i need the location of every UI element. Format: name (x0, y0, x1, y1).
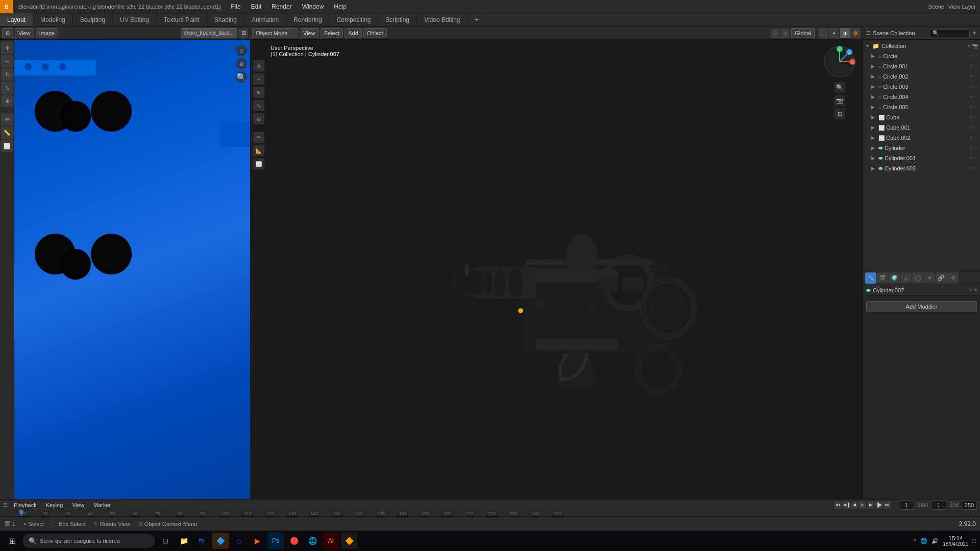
current-frame-input[interactable]: 1 (899, 500, 914, 510)
tab-layout[interactable]: Layout (0, 13, 33, 26)
outliner-search[interactable] (929, 29, 970, 37)
zoom-region-btn[interactable]: ⊞ (236, 58, 247, 69)
menu-render[interactable]: Render (266, 0, 297, 13)
outliner-cube-002[interactable]: ▶ ⬜ Cube.002 👁 ▽ (863, 133, 980, 143)
tab-video-editing[interactable]: Video Editing (417, 13, 468, 26)
tab-scripting[interactable]: Scripting (378, 13, 417, 26)
render-btn[interactable]: 🔆 (850, 28, 861, 38)
view-menu[interactable]: View (300, 28, 319, 38)
taskbar-systray[interactable]: ^ (914, 538, 916, 544)
taskbar-search[interactable]: 🔍 Scrivi qui per eseguire la ricerca (22, 534, 155, 548)
prop-scene-btn[interactable]: 🎬 (877, 272, 888, 284)
prev-keyframe-btn[interactable]: ◀▐ (843, 502, 850, 509)
menu-help[interactable]: Help (329, 0, 352, 13)
measure-tool-r[interactable]: 📐 (253, 145, 264, 156)
outliner-circle[interactable]: ▶ ○ Circle 👁 ▽ (863, 51, 980, 61)
end-frame-input[interactable]: 250 (962, 500, 977, 510)
last-frame-btn[interactable]: ⏭ (884, 502, 891, 509)
tab-compositing[interactable]: Compositing (330, 13, 379, 26)
annotate-tool[interactable]: ✏ (1, 113, 13, 126)
local-view-btn[interactable]: ⊙ (771, 29, 780, 38)
object-menu[interactable]: Object (363, 28, 387, 38)
prop-material-btn[interactable]: ◯ (912, 272, 923, 284)
first-frame-btn[interactable]: ⏮ (835, 502, 842, 509)
rotate-view-status[interactable]: ↻ Rotate View (94, 521, 130, 527)
transform-tool[interactable]: ⊕ (1, 95, 13, 107)
zoom-btn[interactable]: 🔍 (834, 82, 845, 93)
outliner-circle-001[interactable]: ▶ ○ Circle.001 👁 ▽ (863, 61, 980, 71)
next-frame-btn[interactable]: ▶ (867, 502, 874, 509)
prop-modifier-btn[interactable]: ⚙ (947, 272, 959, 284)
taskbar-clock[interactable]: 15:14 18/04/2021 (943, 535, 968, 547)
taskbar-blender[interactable]: 🔷 (212, 533, 229, 549)
outliner-collection[interactable]: ▼ 📁 Collection 👁 📷 (863, 41, 980, 51)
prop-object-data-btn[interactable]: △ (900, 272, 912, 284)
overlay-btn[interactable]: ◎ (781, 29, 790, 38)
tab-animation[interactable]: Animation (244, 13, 286, 26)
keying-menu[interactable]: Keying (43, 500, 66, 510)
object-mode-dropdown[interactable]: Object Mode (252, 28, 298, 38)
menu-edit[interactable]: Edit (246, 0, 267, 13)
view-grid-btn[interactable]: ⊞ (834, 108, 845, 119)
taskbar-illustrator[interactable]: Ai (323, 533, 339, 549)
taskbar-app7[interactable]: 🔴 (286, 533, 302, 549)
left-view-menu[interactable]: View (15, 28, 34, 38)
zoom-extents-btn[interactable]: ⊙ (236, 45, 247, 56)
left-render-type[interactable]: 🖼 (239, 29, 248, 38)
play-btn[interactable]: ▶ (859, 502, 866, 509)
windows-start-btn[interactable]: ⊞ (4, 533, 20, 549)
outliner-cube[interactable]: ▶ ⬜ Cube 👁 ▽ (863, 112, 980, 122)
taskbar-chrome[interactable]: 🌐 (304, 533, 321, 549)
playback-menu[interactable]: Playback (11, 500, 40, 510)
tab-add[interactable]: + (468, 13, 486, 26)
tab-shading[interactable]: Shading (207, 13, 244, 26)
select-status[interactable]: ● Select (23, 521, 44, 527)
rotate-tool[interactable]: ↻ (1, 68, 13, 81)
taskbar-photoshop[interactable]: Ps (267, 533, 284, 549)
add-cube-tool-r[interactable]: ⬜ (253, 158, 264, 169)
move-tool[interactable]: ↔ (1, 55, 13, 67)
outliner-circle-002[interactable]: ▶ ○ Circle.002 👁 ▽ (863, 71, 980, 82)
solid-btn[interactable]: ● (829, 28, 839, 38)
next-keyframe-btn[interactable]: ▐▶ (875, 502, 883, 509)
tab-sculpting[interactable]: Sculpting (73, 13, 113, 26)
measure-tool[interactable]: 📏 (1, 127, 13, 139)
add-cube-tool[interactable]: ⬜ (1, 140, 13, 152)
outliner-filter-btn[interactable]: ▼ (972, 30, 977, 36)
menu-file[interactable]: File (226, 0, 246, 13)
action-center-btn[interactable]: □ (972, 538, 976, 544)
rotate-tool-r[interactable]: ↻ (253, 87, 264, 98)
outliner-circle-005[interactable]: ▶ ○ Circle.005 👁 ▽ (863, 102, 980, 112)
outliner-cylinder-002[interactable]: ▶ ⬬ Cylinder.002 👁 ▽ (863, 163, 980, 173)
taskbar-sound[interactable]: 🔊 (932, 538, 939, 544)
start-frame-input[interactable]: 1 (931, 500, 946, 510)
view-camera-btn[interactable]: 📷 (834, 95, 845, 106)
outliner-cylinder-001[interactable]: ▶ ⬬ Cylinder.001 👁 ▽ (863, 153, 980, 163)
transform-tool-r[interactable]: ⊕ (253, 113, 264, 124)
search-left-btn[interactable]: 🔍 (236, 71, 247, 83)
prev-frame-btn[interactable]: ◀ (851, 502, 858, 509)
left-view-mode[interactable]: ⊞ (2, 28, 13, 38)
task-view-btn[interactable]: ⊟ (157, 533, 174, 549)
object-context-status[interactable]: ⊞ Object Context Menu (138, 521, 197, 527)
view-menu-tl[interactable]: View (69, 500, 87, 510)
timeline-expand-btn[interactable]: ☰ (3, 502, 8, 508)
prop-object-btn[interactable]: 🔧 (865, 272, 876, 284)
prop-constraints-btn[interactable]: 🔗 (936, 272, 947, 284)
annotate-tool-r[interactable]: ✏ (253, 132, 264, 143)
cursor-tool[interactable]: ✛ (1, 42, 13, 54)
global-btn[interactable]: Global (791, 28, 815, 38)
prop-close-btn[interactable]: × (974, 287, 977, 293)
left-object-name[interactable]: shore_trooper_blast... (181, 28, 237, 38)
select-menu[interactable]: Select (321, 28, 344, 38)
marker-menu[interactable]: Marker (90, 500, 114, 510)
box-select-status[interactable]: ⬚ Box Select (52, 521, 86, 527)
add-modifier-button[interactable]: Add Modifier (866, 301, 977, 312)
outliner-cylinder[interactable]: ▶ ⬬ Cylinder 👁 ▽ (863, 143, 980, 153)
tab-modeling[interactable]: Modeling (33, 13, 73, 26)
tab-uv-editing[interactable]: UV Editing (113, 13, 157, 26)
tab-rendering[interactable]: Rendering (286, 13, 329, 26)
outliner-circle-003[interactable]: ▶ ○ Circle.003 👁 ▽ (863, 82, 980, 92)
taskbar-network[interactable]: 🌐 (920, 538, 927, 544)
outliner-circle-004[interactable]: ▶ ○ Circle.004 👁 ▽ (863, 92, 980, 102)
